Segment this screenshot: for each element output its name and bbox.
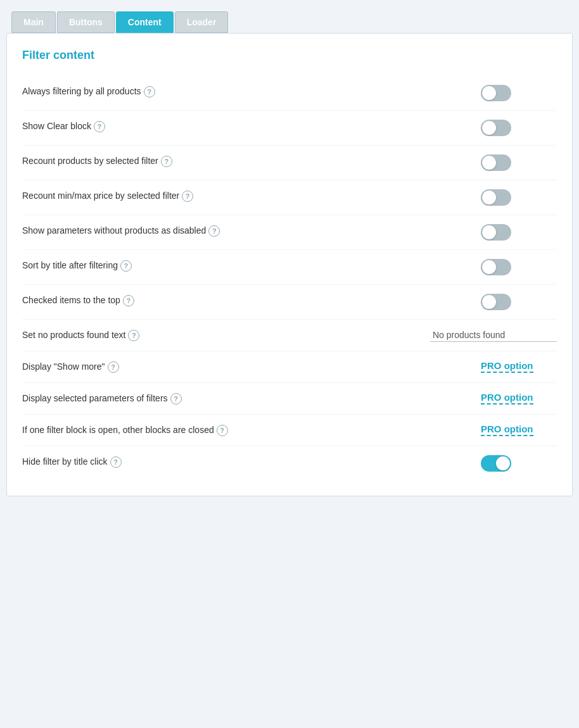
setting-row-sort-by-title: Sort by title after filtering? bbox=[22, 250, 557, 285]
setting-row-hide-filter-title: Hide filter by title click? bbox=[22, 446, 557, 480]
setting-label-text-sort-by-title: Sort by title after filtering bbox=[22, 259, 118, 272]
tab-buttons[interactable]: Buttons bbox=[57, 11, 115, 33]
section-title: Filter content bbox=[22, 49, 557, 62]
toggle-checked-items-top[interactable] bbox=[481, 294, 511, 310]
toggle-slider-checked-items-top bbox=[481, 294, 511, 310]
setting-control-show-clear-block bbox=[481, 120, 557, 136]
setting-label-always-filtering: Always filtering by all products? bbox=[22, 85, 155, 98]
setting-control-hide-filter-title bbox=[481, 455, 557, 472]
setting-label-text-one-block-open: If one filter block is open, other block… bbox=[22, 424, 214, 437]
tab-content[interactable]: Content bbox=[116, 11, 174, 33]
pro-option-display-selected-params[interactable]: PRO option bbox=[481, 392, 533, 405]
setting-label-no-products-text: Set no products found text? bbox=[22, 329, 139, 342]
setting-row-display-selected-params: Display selected parameters of filters?P… bbox=[22, 383, 557, 415]
setting-label-text-recount-price: Recount min/max price by selected filter bbox=[22, 189, 179, 203]
setting-row-checked-items-top: Checked items to the top? bbox=[22, 285, 557, 320]
setting-label-recount-price: Recount min/max price by selected filter… bbox=[22, 189, 193, 203]
setting-control-no-products-text bbox=[430, 329, 557, 342]
pro-option-one-block-open[interactable]: PRO option bbox=[481, 424, 533, 436]
setting-label-show-disabled: Show parameters without products as disa… bbox=[22, 224, 220, 237]
setting-label-text-always-filtering: Always filtering by all products bbox=[22, 85, 141, 98]
tab-loader[interactable]: Loader bbox=[175, 11, 229, 33]
toggle-slider-show-disabled bbox=[481, 224, 511, 241]
setting-label-display-show-more: Display "Show more"? bbox=[22, 360, 119, 373]
help-icon-always-filtering[interactable]: ? bbox=[144, 86, 155, 97]
setting-label-display-selected-params: Display selected parameters of filters? bbox=[22, 392, 182, 405]
toggle-sort-by-title[interactable] bbox=[481, 259, 511, 275]
setting-label-text-display-selected-params: Display selected parameters of filters bbox=[22, 392, 168, 405]
help-icon-no-products-text[interactable]: ? bbox=[128, 330, 139, 341]
help-icon-hide-filter-title[interactable]: ? bbox=[110, 456, 122, 468]
toggle-show-clear-block[interactable] bbox=[481, 120, 511, 136]
tab-bar: MainButtonsContentLoader bbox=[0, 0, 579, 33]
help-icon-recount-price[interactable]: ? bbox=[182, 191, 193, 202]
setting-label-text-display-show-more: Display "Show more" bbox=[22, 360, 105, 373]
toggle-slider-recount-price bbox=[481, 189, 511, 206]
toggle-slider-sort-by-title bbox=[481, 259, 511, 275]
toggle-recount-products[interactable] bbox=[481, 154, 511, 171]
help-icon-display-selected-params[interactable]: ? bbox=[170, 393, 182, 405]
toggle-always-filtering[interactable] bbox=[481, 85, 511, 101]
setting-label-text-recount-products: Recount products by selected filter bbox=[22, 154, 158, 168]
toggle-show-disabled[interactable] bbox=[481, 224, 511, 241]
setting-control-one-block-open: PRO option bbox=[481, 424, 557, 436]
setting-control-display-show-more: PRO option bbox=[481, 360, 557, 373]
setting-row-recount-price: Recount min/max price by selected filter… bbox=[22, 180, 557, 215]
help-icon-show-disabled[interactable]: ? bbox=[208, 225, 220, 237]
setting-label-sort-by-title: Sort by title after filtering? bbox=[22, 259, 132, 272]
app-container: MainButtonsContentLoader Filter content … bbox=[0, 0, 579, 728]
setting-control-sort-by-title bbox=[481, 259, 557, 275]
setting-control-always-filtering bbox=[481, 85, 557, 101]
setting-row-recount-products: Recount products by selected filter? bbox=[22, 146, 557, 180]
setting-label-show-clear-block: Show Clear block? bbox=[22, 120, 105, 133]
setting-control-recount-price bbox=[481, 189, 557, 206]
setting-row-always-filtering: Always filtering by all products? bbox=[22, 76, 557, 111]
help-icon-checked-items-top[interactable]: ? bbox=[123, 295, 134, 306]
help-icon-one-block-open[interactable]: ? bbox=[217, 425, 228, 436]
content-area: Filter content Always filtering by all p… bbox=[6, 33, 573, 496]
toggle-slider-always-filtering bbox=[481, 85, 511, 101]
help-icon-recount-products[interactable]: ? bbox=[161, 156, 172, 167]
toggle-slider-recount-products bbox=[481, 154, 511, 171]
setting-label-text-no-products-text: Set no products found text bbox=[22, 329, 125, 342]
setting-control-recount-products bbox=[481, 154, 557, 171]
setting-label-recount-products: Recount products by selected filter? bbox=[22, 154, 172, 168]
setting-label-text-hide-filter-title: Hide filter by title click bbox=[22, 455, 108, 468]
setting-row-no-products-text: Set no products found text? bbox=[22, 320, 557, 351]
setting-row-one-block-open: If one filter block is open, other block… bbox=[22, 415, 557, 446]
text-input-no-products-text[interactable] bbox=[430, 329, 557, 342]
setting-control-checked-items-top bbox=[481, 294, 557, 310]
help-icon-display-show-more[interactable]: ? bbox=[108, 361, 119, 373]
setting-label-checked-items-top: Checked items to the top? bbox=[22, 294, 134, 307]
setting-row-show-disabled: Show parameters without products as disa… bbox=[22, 215, 557, 250]
setting-label-text-show-clear-block: Show Clear block bbox=[22, 120, 91, 133]
setting-label-text-checked-items-top: Checked items to the top bbox=[22, 294, 120, 307]
help-icon-sort-by-title[interactable]: ? bbox=[120, 260, 132, 272]
setting-control-show-disabled bbox=[481, 224, 557, 241]
pro-option-display-show-more[interactable]: PRO option bbox=[481, 360, 533, 373]
toggle-recount-price[interactable] bbox=[481, 189, 511, 206]
setting-label-text-show-disabled: Show parameters without products as disa… bbox=[22, 224, 206, 237]
tab-main[interactable]: Main bbox=[11, 11, 56, 33]
help-icon-show-clear-block[interactable]: ? bbox=[94, 121, 105, 132]
setting-label-one-block-open: If one filter block is open, other block… bbox=[22, 424, 228, 437]
toggle-slider-hide-filter-title bbox=[481, 455, 511, 472]
settings-list: Always filtering by all products?Show Cl… bbox=[22, 76, 557, 480]
toggle-slider-show-clear-block bbox=[481, 120, 511, 136]
setting-control-display-selected-params: PRO option bbox=[481, 392, 557, 405]
setting-row-show-clear-block: Show Clear block? bbox=[22, 111, 557, 146]
setting-label-hide-filter-title: Hide filter by title click? bbox=[22, 455, 122, 468]
toggle-hide-filter-title[interactable] bbox=[481, 455, 511, 472]
setting-row-display-show-more: Display "Show more"?PRO option bbox=[22, 351, 557, 383]
